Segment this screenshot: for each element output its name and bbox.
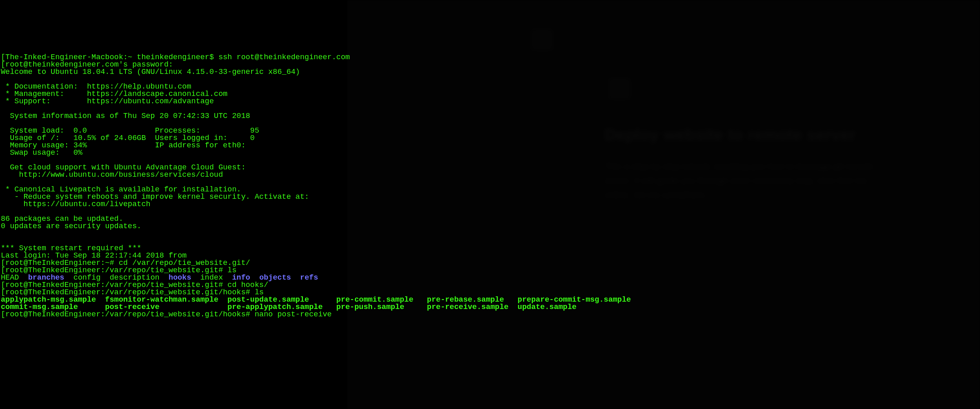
- terminal-text-segment: * Support: https://ubuntu.com/advantage: [1, 97, 214, 106]
- terminal-line: [1, 208, 979, 216]
- terminal-line: Welcome to Ubuntu 18.04.1 LTS (GNU/Linux…: [1, 69, 979, 76]
- terminal-text-segment: [root@TheInkedEngineer:/var/repo/tie_web…: [1, 310, 332, 319]
- terminal-text-segment: System information as of Thu Sep 20 07:4…: [1, 112, 250, 120]
- terminal-text-segment: https://ubuntu.com/livepatch: [1, 200, 150, 209]
- terminal-line: * Support: https://ubuntu.com/advantage: [1, 98, 979, 105]
- terminal-text-segment: refs: [300, 273, 318, 282]
- terminal-text-segment: [291, 273, 300, 282]
- terminal-line: Memory usage: 34% IP address for eth0:: [1, 142, 979, 149]
- bg-logo: [531, 29, 553, 51]
- terminal-line: 0 updates are security updates.: [1, 223, 979, 230]
- terminal-text-segment: Swap usage: 0%: [1, 149, 82, 157]
- terminal-line: http://www.ubuntu.com/business/services/…: [1, 171, 979, 179]
- terminal-line: https://ubuntu.com/livepatch: [1, 201, 979, 208]
- terminal-line: [1, 238, 979, 245]
- terminal-line: [1, 230, 979, 238]
- terminal-text-segment: 0 updates are security updates.: [1, 222, 141, 231]
- terminal-text-segment: http://www.ubuntu.com/business/services/…: [1, 171, 223, 179]
- terminal-window[interactable]: [The-Inked-Engineer-Macbook:~ theinkeden…: [0, 53, 980, 319]
- terminal-line: [root@TheInkedEngineer:/var/repo/tie_web…: [1, 311, 979, 318]
- terminal-line: Swap usage: 0%: [1, 149, 979, 157]
- terminal-line: 86 packages can be updated.: [1, 216, 979, 223]
- terminal-line: System information as of Thu Sep 20 07:4…: [1, 113, 979, 120]
- terminal-text-segment: Welcome to Ubuntu 18.04.1 LTS (GNU/Linux…: [1, 68, 300, 76]
